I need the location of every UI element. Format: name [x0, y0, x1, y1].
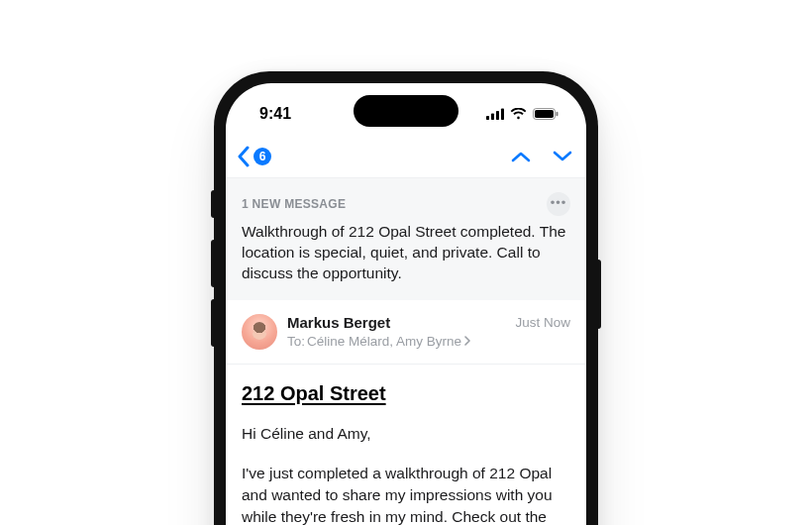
- nav-bar: 6: [226, 141, 586, 178]
- svg-rect-3: [501, 109, 504, 121]
- email-subject: 212 Opal Street: [242, 382, 570, 405]
- battery-icon: [533, 108, 558, 120]
- cellular-icon: [486, 108, 504, 120]
- timestamp: Just Now: [515, 314, 570, 330]
- svg-rect-6: [557, 112, 558, 116]
- summary-label: 1 NEW MESSAGE: [242, 197, 346, 211]
- svg-rect-5: [535, 110, 554, 118]
- email-paragraph: I've just completed a walkthrough of 212…: [242, 463, 570, 525]
- dynamic-island: [354, 95, 458, 127]
- volume-up-button: [211, 240, 215, 287]
- to-label: To:: [287, 333, 305, 351]
- back-button[interactable]: 6: [236, 146, 271, 167]
- svg-rect-0: [486, 116, 489, 120]
- screen: 9:41: [226, 83, 586, 525]
- message-summary: 1 NEW MESSAGE ••• Walkthrough of 212 Opa…: [226, 178, 586, 300]
- recipients-line[interactable]: To: Céline Mélard, Amy Byrne: [287, 333, 505, 351]
- chevron-left-icon: [236, 146, 252, 167]
- sender-name: Markus Berget: [287, 314, 505, 333]
- volume-down-button: [211, 299, 215, 347]
- email-body: 212 Opal Street Hi Céline and Amy, I've …: [226, 365, 586, 525]
- chevron-up-icon[interactable]: [511, 150, 531, 163]
- sender-row[interactable]: Markus Berget To: Céline Mélard, Amy Byr…: [226, 300, 586, 365]
- chevron-down-icon[interactable]: [553, 150, 572, 163]
- more-button[interactable]: •••: [547, 192, 570, 216]
- power-button: [597, 260, 601, 329]
- avatar: [242, 314, 277, 350]
- chevron-right-icon: [463, 336, 471, 346]
- svg-rect-2: [496, 111, 499, 120]
- wifi-icon: [510, 108, 527, 120]
- ellipsis-icon: •••: [551, 196, 567, 209]
- summary-text: Walkthrough of 212 Opal Street completed…: [242, 222, 570, 284]
- email-greeting: Hi Céline and Amy,: [242, 423, 570, 445]
- status-indicators: [486, 108, 558, 120]
- phone-frame: 9:41: [214, 71, 598, 525]
- recipients: Céline Mélard, Amy Byrne: [307, 333, 461, 351]
- svg-rect-1: [491, 114, 494, 121]
- unread-badge: 6: [254, 148, 271, 165]
- status-time: 9:41: [259, 105, 291, 123]
- side-button: [211, 190, 215, 218]
